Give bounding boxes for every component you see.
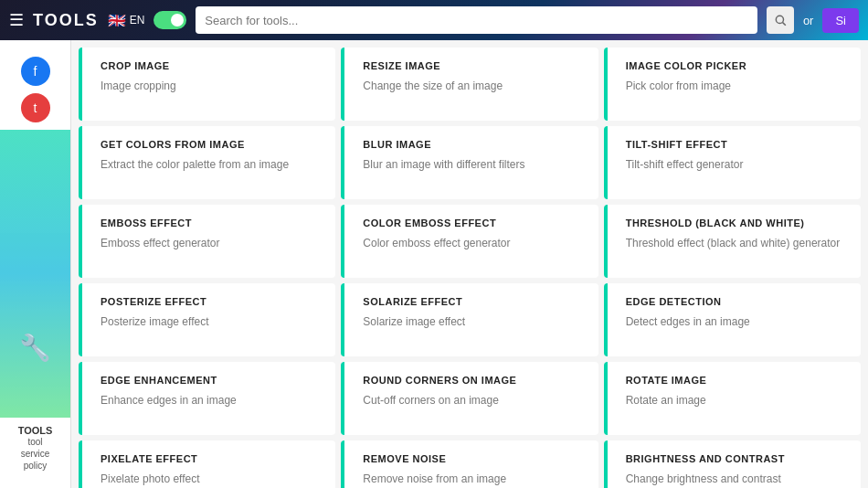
tool-card-16[interactable]: REMOVE NOISERemove noise from an image	[341, 440, 598, 488]
tool-card-2[interactable]: IMAGE COLOR PICKERPick color from image	[604, 48, 861, 121]
tool-card-6[interactable]: EMBOSS EFFECTEmboss effect generator	[79, 205, 335, 278]
tool-title-7: COLOR EMBOSS EFFECT	[363, 217, 583, 228]
tool-card-10[interactable]: SOLARIZE EFFECTSolarize image effect	[341, 283, 598, 356]
tool-title-16: REMOVE NOISE	[363, 453, 583, 464]
layout: f t 🔧 TOOLS tool service policy CROP IMA…	[0, 40, 868, 488]
twitter-button[interactable]: t	[21, 93, 50, 122]
tool-title-8: THRESHOLD (BLACK AND WHITE)	[626, 217, 846, 228]
tool-desc-4: Blur an image with different filters	[363, 157, 583, 173]
sidebar-tools-label: TOOLS	[18, 425, 53, 436]
tool-card-3[interactable]: GET COLORS FROM IMAGEExtract the color p…	[79, 126, 335, 199]
tool-desc-3: Extract the color palette from an image	[101, 157, 321, 173]
tool-desc-0: Image cropping	[101, 79, 321, 94]
tool-card-14[interactable]: ROTATE IMAGERotate an image	[604, 362, 861, 435]
tool-title-15: PIXELATE EFFECT	[101, 453, 321, 464]
tool-title-11: EDGE DETECTION	[626, 296, 846, 307]
tool-desc-8: Threshold effect (black and white) gener…	[626, 236, 846, 251]
tool-desc-5: Tilt-shift effect generator	[626, 157, 846, 173]
tool-card-0[interactable]: CROP IMAGEImage cropping	[79, 48, 335, 121]
tool-card-1[interactable]: RESIZE IMAGEChange the size of an image	[341, 48, 598, 121]
tool-title-14: ROTATE IMAGE	[626, 375, 846, 386]
tool-desc-7: Color emboss effect generator	[363, 236, 583, 251]
tool-card-5[interactable]: TILT-SHIFT EFFECTTilt-shift effect gener…	[604, 126, 861, 199]
header: ☰ TOOLS 🇬🇧 EN or Si	[0, 0, 868, 40]
flag-icon: 🇬🇧	[108, 12, 126, 29]
tool-desc-10: Solarize image effect	[363, 314, 583, 330]
tool-desc-6: Emboss effect generator	[101, 236, 321, 251]
lang-label: EN	[130, 14, 145, 27]
sidebar-link-service[interactable]: service	[7, 448, 63, 460]
tool-card-7[interactable]: COLOR EMBOSS EFFECTColor emboss effect g…	[341, 205, 598, 278]
sidebar: f t 🔧 TOOLS tool service policy	[0, 40, 71, 488]
tool-desc-16: Remove noise from an image	[363, 472, 583, 487]
tool-title-4: BLUR IMAGE	[363, 139, 583, 150]
tool-card-17[interactable]: BRIGHTNESS AND CONTRASTChange brightness…	[604, 440, 861, 488]
tool-card-13[interactable]: ROUND CORNERS ON IMAGECut-off corners on…	[341, 362, 598, 435]
tool-desc-9: Posterize image effect	[101, 314, 321, 330]
sidebar-background: 🔧	[0, 130, 70, 418]
signup-button[interactable]: Si	[822, 8, 859, 33]
tool-desc-17: Change brightness and contrast	[626, 472, 846, 487]
search-button[interactable]	[767, 6, 794, 34]
facebook-button[interactable]: f	[21, 57, 50, 86]
tool-title-13: ROUND CORNERS ON IMAGE	[363, 375, 583, 386]
tool-card-9[interactable]: POSTERIZE EFFECTPosterize image effect	[79, 283, 335, 356]
tool-title-10: SOLARIZE EFFECT	[363, 296, 583, 307]
sidebar-link-policy[interactable]: policy	[7, 460, 63, 472]
or-text: or	[803, 14, 814, 27]
tool-desc-12: Enhance edges in an image	[101, 393, 321, 408]
lang-selector[interactable]: 🇬🇧 EN	[108, 12, 145, 29]
tool-title-5: TILT-SHIFT EFFECT	[626, 139, 846, 150]
tool-desc-13: Cut-off corners on an image	[363, 393, 583, 408]
tool-title-1: RESIZE IMAGE	[363, 60, 583, 71]
sidebar-link-tool[interactable]: tool	[7, 436, 63, 448]
social-buttons: f t	[0, 49, 70, 130]
tool-title-12: EDGE ENHANCEMENT	[101, 375, 321, 386]
tool-title-17: BRIGHTNESS AND CONTRAST	[626, 453, 846, 464]
sidebar-bottom: TOOLS tool service policy	[0, 418, 70, 479]
tool-desc-1: Change the size of an image	[363, 79, 583, 94]
tool-title-6: EMBOSS EFFECT	[101, 217, 321, 228]
hamburger-icon[interactable]: ☰	[9, 10, 24, 30]
tool-title-2: IMAGE COLOR PICKER	[626, 60, 846, 71]
tool-card-12[interactable]: EDGE ENHANCEMENTEnhance edges in an imag…	[79, 362, 335, 435]
logo: TOOLS	[33, 11, 99, 30]
main-content: CROP IMAGEImage croppingRESIZE IMAGEChan…	[71, 40, 868, 488]
tool-card-15[interactable]: PIXELATE EFFECTPixelate photo effect	[79, 440, 335, 488]
tool-desc-11: Detect edges in an image	[626, 314, 846, 330]
tool-title-3: GET COLORS FROM IMAGE	[101, 139, 321, 150]
tool-desc-14: Rotate an image	[626, 393, 846, 408]
toggle-switch[interactable]	[153, 11, 186, 29]
tool-card-4[interactable]: BLUR IMAGEBlur an image with different f…	[341, 126, 598, 199]
tool-card-8[interactable]: THRESHOLD (BLACK AND WHITE)Threshold eff…	[604, 205, 861, 278]
tool-card-11[interactable]: EDGE DETECTIONDetect edges in an image	[604, 283, 861, 356]
svg-line-1	[783, 23, 786, 26]
search-input[interactable]	[196, 6, 757, 34]
tool-title-0: CROP IMAGE	[101, 60, 321, 71]
wrench-icon: 🔧	[19, 333, 51, 363]
tool-grid: CROP IMAGEImage croppingRESIZE IMAGEChan…	[79, 48, 861, 488]
tool-title-9: POSTERIZE EFFECT	[101, 296, 321, 307]
svg-point-0	[776, 16, 783, 23]
tool-desc-15: Pixelate photo effect	[101, 472, 321, 487]
tool-desc-2: Pick color from image	[626, 79, 846, 94]
